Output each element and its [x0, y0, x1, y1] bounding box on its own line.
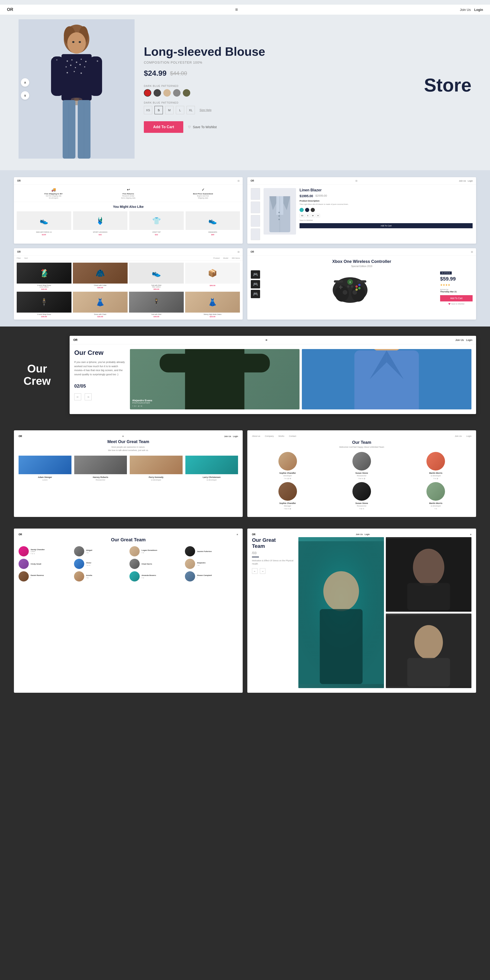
- xbox-thumb-3[interactable]: 🎮: [251, 290, 260, 298]
- ot-social-f1[interactable]: f: [284, 478, 285, 479]
- lb-size-xs[interactable]: XS: [300, 214, 305, 217]
- fashion-item-6-img[interactable]: 👗: [73, 292, 128, 313]
- ot-social-g3[interactable]: @: [436, 478, 438, 479]
- crew-social-bi[interactable]: Bi: [141, 405, 142, 407]
- fashion-item-2-img[interactable]: 🧥: [73, 262, 128, 283]
- nav-login[interactable]: Login: [474, 8, 483, 12]
- ot-social-f3[interactable]: f: [433, 478, 434, 479]
- fashion-item-5-img[interactable]: 🕴: [17, 292, 71, 313]
- size-help-link[interactable]: Size Help: [200, 108, 211, 112]
- gt-s8-tw[interactable]: tw: [198, 565, 200, 566]
- fashion-item-8-img[interactable]: 👗: [185, 292, 240, 313]
- gt-s12-f[interactable]: f: [197, 577, 197, 579]
- size-s[interactable]: S: [154, 106, 163, 114]
- meet-team-menu[interactable]: ≡: [122, 435, 124, 438]
- color-darkgray[interactable]: [154, 89, 161, 97]
- ot-social-f2[interactable]: f: [358, 478, 359, 479]
- gt-s9-f[interactable]: f: [31, 577, 31, 579]
- ot-social-g1[interactable]: @: [287, 478, 289, 479]
- ot-nav-join[interactable]: Join Us: [455, 435, 462, 437]
- fashion-nav-2[interactable]: Sort: [24, 257, 28, 259]
- xbox-thumb-1[interactable]: 🎮: [251, 270, 260, 279]
- ot-social-in4[interactable]: in: [287, 508, 289, 509]
- fashion-nav-1[interactable]: Filter: [17, 257, 21, 259]
- lb-color-teal[interactable]: [300, 208, 304, 212]
- gt-s1-in[interactable]: in: [34, 553, 35, 554]
- lb-size-m[interactable]: M: [311, 214, 315, 217]
- ot-social-tw4[interactable]: tw: [285, 508, 287, 509]
- fashion-item-4-img[interactable]: 📦: [185, 262, 240, 283]
- ot-social-g4[interactable]: @: [290, 508, 291, 509]
- crew-join[interactable]: Join Us: [455, 339, 464, 341]
- lb-thumb-3[interactable]: [251, 215, 260, 227]
- fashion-item-1-img[interactable]: 🥻: [17, 262, 71, 283]
- xbox-save-wishlist[interactable]: 💗 Save to Wishlist: [440, 303, 473, 305]
- gt-s2-tw[interactable]: tw: [87, 552, 89, 554]
- gtp-menu[interactable]: ≡: [470, 533, 471, 536]
- gt-s11-f[interactable]: f: [141, 577, 142, 579]
- ot-social-g2[interactable]: @: [363, 478, 365, 479]
- lb-add-to-cart[interactable]: Add To Cart: [300, 223, 473, 228]
- gt-s6-in[interactable]: in: [89, 565, 90, 566]
- add-to-cart-button[interactable]: Add To Cart: [144, 121, 183, 133]
- crew-next-btn[interactable]: →: [85, 393, 92, 400]
- size-xl[interactable]: XL: [187, 106, 195, 114]
- hero-next-arrow[interactable]: ∨: [21, 91, 29, 100]
- gtp-login[interactable]: Login: [365, 533, 370, 536]
- ot-social-in6[interactable]: in: [436, 508, 437, 509]
- size-l[interactable]: L: [176, 106, 184, 114]
- gt-s11-tw[interactable]: tw: [143, 577, 144, 579]
- lb-size-h[interactable]: H: [316, 214, 320, 217]
- gt-s6-f[interactable]: f: [86, 565, 87, 566]
- menu-icon[interactable]: ≡: [235, 7, 238, 12]
- gt-s6-tw[interactable]: tw: [87, 565, 89, 566]
- lb-color-navy[interactable]: [305, 208, 309, 212]
- gt-s3-tw[interactable]: tw: [143, 552, 144, 554]
- lb-thumb-1[interactable]: [251, 188, 260, 200]
- ot-social-f6[interactable]: f: [434, 508, 435, 509]
- gt-s3-f[interactable]: f: [141, 552, 142, 554]
- ot-social-tw2[interactable]: tw: [359, 478, 361, 479]
- color-red[interactable]: [144, 89, 151, 97]
- meet-team-join[interactable]: Join Us: [224, 435, 231, 438]
- gtp-prev-btn[interactable]: ←: [252, 568, 257, 574]
- crew-social-at[interactable]: @: [138, 405, 140, 407]
- ot-nav-company[interactable]: Company: [265, 435, 274, 437]
- gt-s2-f[interactable]: f: [86, 552, 87, 554]
- ot-social-bi1[interactable]: Bi: [290, 478, 291, 479]
- crew-login[interactable]: Login: [466, 339, 473, 341]
- ot-nav-works[interactable]: Works: [278, 435, 284, 437]
- lb-thumb-2[interactable]: [251, 202, 260, 213]
- gt-s1-tw[interactable]: tw: [32, 553, 33, 554]
- gtp-next-btn[interactable]: →: [260, 568, 265, 574]
- ot-social-tw5[interactable]: tw: [360, 508, 362, 509]
- save-to-wishlist-button[interactable]: ♡ Save To Wishlist: [188, 125, 216, 129]
- gtp-join[interactable]: Join Us: [356, 533, 363, 536]
- ot-social-in2[interactable]: in: [362, 478, 363, 479]
- xbox-thumb-2[interactable]: 🎮: [251, 280, 260, 288]
- xbox-add-cart-button[interactable]: Add To Cart: [440, 295, 473, 301]
- hero-prev-arrow[interactable]: ∧: [21, 78, 29, 87]
- gt-s8-f[interactable]: f: [197, 565, 197, 566]
- crew-social-gr[interactable]: Gr+: [134, 405, 137, 407]
- fashion-item-3-img[interactable]: 👟: [129, 262, 184, 283]
- ot-nav-contact[interactable]: Contact: [289, 435, 296, 437]
- size-xs[interactable]: XS: [144, 106, 152, 114]
- ot-social-in3[interactable]: in: [434, 478, 436, 479]
- ot-nav-login[interactable]: Login: [466, 435, 471, 437]
- size-m[interactable]: M: [165, 106, 174, 114]
- color-beige[interactable]: [163, 89, 171, 97]
- ot-social-f4[interactable]: f: [284, 508, 284, 509]
- gt-s10-f[interactable]: f: [86, 577, 87, 579]
- gt-menu[interactable]: ≡: [237, 533, 238, 536]
- gt-s1-f[interactable]: f: [31, 553, 31, 554]
- crew-menu-icon[interactable]: ≡: [265, 338, 267, 342]
- lb-wishlist[interactable]: Save to Wishlist: [300, 219, 473, 221]
- lb-thumb-4[interactable]: [251, 229, 260, 240]
- crew-prev-btn[interactable]: ←: [74, 393, 81, 400]
- color-khaki[interactable]: [183, 89, 190, 97]
- lb-color-dark[interactable]: [311, 208, 315, 212]
- nav-join[interactable]: Join Us: [460, 8, 471, 12]
- fashion-item-7-img[interactable]: 🕴: [129, 292, 184, 313]
- color-gray[interactable]: [173, 89, 181, 97]
